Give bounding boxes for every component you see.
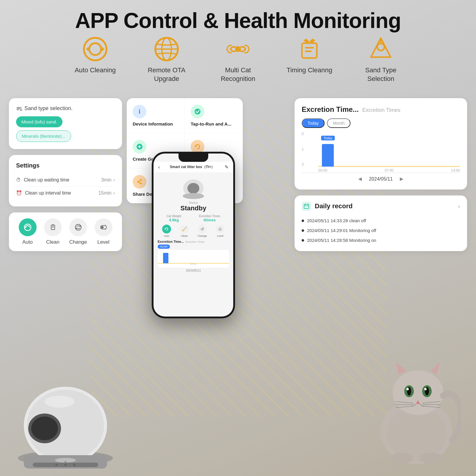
waiting-chevron: › xyxy=(113,177,115,183)
svg-rect-39 xyxy=(304,204,309,209)
phone-ctrl-clean[interactable]: 🧹 Clean xyxy=(180,225,189,237)
interval-label: Clean up interval time xyxy=(25,190,71,196)
interval-chevron: › xyxy=(113,190,115,196)
tap-run-label: Tap-to-Run and A... xyxy=(191,121,237,126)
feature-icons-row: Auto Cleaning Remote OTA Upgrade Multi C… xyxy=(15,36,461,83)
svg-point-31 xyxy=(195,109,201,115)
phone-chart-section: Excretion Time... Excretion Times Month … xyxy=(158,240,229,272)
left-panel: Sand type selection. Mixed (tofu) sand. … xyxy=(9,98,122,251)
phone-chart-title: Excretion Time... xyxy=(158,240,184,243)
feature-auto-cleaning: Auto Cleaning xyxy=(71,36,119,75)
phone-screen: ‹ Smart cat litter box（Ti+） ✎ Status Sta… xyxy=(154,154,233,317)
controls-card: Auto Clean xyxy=(9,212,122,251)
exc-next-btn[interactable]: ► xyxy=(399,176,405,182)
ctrl-auto-icon xyxy=(19,218,37,236)
remote-ota-label: Remote OTA Upgrade xyxy=(143,66,190,83)
svg-point-54 xyxy=(31,416,58,440)
excretion-nav: ◄ 2024/05/11 ► xyxy=(302,176,460,182)
sand-option-tofu[interactable]: Mixed (tofu) sand. xyxy=(16,116,62,127)
ctrl-auto[interactable]: Auto xyxy=(19,218,37,245)
settings-title: Settings xyxy=(16,162,115,169)
chart-bar-tooltip: Today xyxy=(321,136,335,140)
svg-point-12 xyxy=(377,43,384,51)
settings-card: Settings ⏱ Clean up waiting time 3min › … xyxy=(9,155,122,206)
phone-excretion-times: Excretion Times 0times xyxy=(199,214,220,222)
settings-row-waiting[interactable]: ⏱ Clean up waiting time 3min › xyxy=(16,174,115,187)
phone-chart-tab[interactable]: Month xyxy=(158,245,170,249)
ctrl-auto-label: Auto xyxy=(22,239,33,245)
y-label-0: 0 xyxy=(302,131,308,136)
phone-ctrl-auto[interactable]: Auto xyxy=(162,225,171,237)
phone-ctrl-change[interactable]: ↺ Change xyxy=(198,225,207,237)
ctrl-change[interactable]: Change xyxy=(69,218,87,245)
phone-content: Status Standby Cat Weight 4.9kg Excretio… xyxy=(154,172,233,275)
option-device-info[interactable]: i Device Information xyxy=(127,98,185,133)
daily-record-arrow[interactable]: › xyxy=(458,203,460,210)
svg-point-37 xyxy=(140,183,142,184)
share-icon xyxy=(136,178,143,185)
phone-cat-weight: Cat Weight 4.9kg xyxy=(167,214,181,222)
option-tap-run[interactable]: Tap-to-Run and A... xyxy=(185,98,243,133)
svg-point-83 xyxy=(390,453,414,464)
daily-record-title: Daily record xyxy=(315,202,353,210)
svg-point-60 xyxy=(73,464,76,466)
phone-auto-icon xyxy=(162,225,171,234)
daily-record-icon xyxy=(302,201,311,211)
daily-dot-0 xyxy=(302,220,304,222)
refresh-icon xyxy=(194,143,201,150)
plus-circle-icon xyxy=(136,143,143,150)
ctrl-level-label: Level xyxy=(97,239,109,245)
auto-cleaning-icon xyxy=(82,36,109,62)
waiting-icon: ⏱ xyxy=(16,177,21,183)
page-title: APP Control & Health Monitoring xyxy=(0,8,476,33)
ctrl-level[interactable]: Level xyxy=(95,218,112,245)
daily-record-card: Daily record › 2024/05/11 14:33:28 clean… xyxy=(295,195,467,251)
right-panel: Excretion Time... Excretion Times Today … xyxy=(295,98,467,251)
feature-sand-type: Sand Type Selection xyxy=(357,36,405,83)
svg-point-36 xyxy=(140,179,142,181)
phone-mini-chart: 07/11 xyxy=(158,250,229,268)
phone-device-diagram xyxy=(181,176,205,200)
daily-record-header: Daily record › xyxy=(302,201,460,211)
sand-option-minerals[interactable]: Minerals (Bentonite)... xyxy=(16,130,71,142)
cat-litter-diagram-icon xyxy=(181,176,205,200)
tab-today[interactable]: Today xyxy=(302,118,325,128)
phone-auto-svg xyxy=(164,227,169,231)
svg-point-58 xyxy=(55,464,58,466)
ctrl-change-icon xyxy=(69,218,87,236)
svg-point-38 xyxy=(137,181,139,183)
svg-text:07/11: 07/11 xyxy=(190,263,197,265)
phone-edit-btn[interactable]: ✎ xyxy=(225,164,228,170)
phone-chart-sub: Excretion Times xyxy=(186,240,205,243)
daily-text-0: 2024/05/11 14:33:28 clean off xyxy=(307,218,366,223)
timing-cleaning-label: Timing Cleanng xyxy=(286,66,332,75)
svg-point-65 xyxy=(393,370,443,415)
timing-cleaning-icon xyxy=(296,36,323,62)
daily-item-1: 2024/05/11 14:29:01 Monitoring off xyxy=(302,226,460,235)
create-group-icon xyxy=(133,140,146,154)
phone-app-header: ‹ Smart cat litter box（Ti+） ✎ xyxy=(154,162,233,172)
svg-text:❤: ❤ xyxy=(64,461,67,464)
waiting-label: Clean up waiting time xyxy=(24,177,69,183)
x-label-2: 14:00 xyxy=(451,168,460,173)
phone-change-icon: ↺ xyxy=(198,225,207,234)
svg-marker-2 xyxy=(102,47,104,51)
ctrl-clean[interactable]: Clean xyxy=(44,218,62,245)
svg-point-45 xyxy=(183,193,204,199)
phone-ctrl-level[interactable]: ⊙ Level xyxy=(216,225,225,237)
sand-type-card: Sand type selection. Mixed (tofu) sand. … xyxy=(9,98,122,149)
cat-litter-product: ❤ xyxy=(9,360,122,473)
settings-row-interval-right: 15min › xyxy=(98,190,115,196)
svg-marker-46 xyxy=(164,228,165,230)
svg-point-6 xyxy=(235,46,241,52)
exc-prev-btn[interactable]: ◄ xyxy=(357,176,363,182)
svg-point-17 xyxy=(20,109,22,111)
settings-row-interval[interactable]: ⏰ Clean up interval time 15min › xyxy=(16,187,115,199)
multi-cat-label: Multi Cat Recognition xyxy=(214,66,262,83)
tab-month[interactable]: Month xyxy=(327,118,350,128)
level-ctrl-svg xyxy=(99,223,108,231)
daily-item-0: 2024/05/11 14:33:28 clean off xyxy=(302,216,460,226)
settings-row-interval-left: ⏰ Clean up interval time xyxy=(16,190,71,196)
phone-back-btn[interactable]: ‹ xyxy=(158,165,160,170)
svg-rect-28 xyxy=(101,226,104,228)
